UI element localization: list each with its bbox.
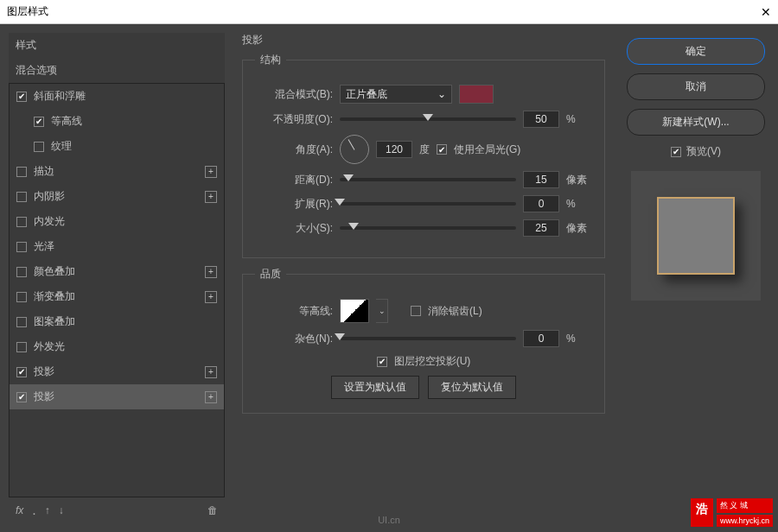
effect-checkbox[interactable] bbox=[34, 142, 44, 152]
opacity-input[interactable] bbox=[523, 111, 559, 128]
effect-label: 光泽 bbox=[34, 239, 54, 254]
spread-slider[interactable] bbox=[340, 202, 516, 206]
knockout-label: 图层挖空投影(U) bbox=[394, 354, 471, 369]
effect-checkbox[interactable] bbox=[16, 167, 27, 177]
global-light-label: 使用全局光(G) bbox=[454, 142, 520, 157]
effect-checkbox[interactable] bbox=[16, 292, 27, 302]
effect-item[interactable]: 斜面和浮雕 bbox=[10, 84, 224, 109]
effect-item[interactable]: 内发光 bbox=[10, 209, 224, 234]
preview-label: 预览(V) bbox=[686, 144, 721, 159]
effect-checkbox[interactable] bbox=[34, 117, 44, 127]
blend-mode-combo[interactable]: 正片叠底⌄ bbox=[340, 85, 452, 104]
chevron-down-icon: ⌄ bbox=[437, 88, 446, 100]
window-title: 图层样式 bbox=[7, 4, 48, 19]
distance-input[interactable] bbox=[523, 171, 559, 188]
effect-item[interactable]: 内阴影+ bbox=[10, 184, 224, 209]
effect-label: 纹理 bbox=[51, 139, 72, 154]
distance-slider[interactable] bbox=[340, 178, 516, 181]
angle-dial[interactable] bbox=[340, 135, 369, 164]
set-default-button[interactable]: 设置为默认值 bbox=[331, 376, 419, 399]
noise-input[interactable] bbox=[523, 330, 559, 347]
effect-checkbox[interactable] bbox=[16, 217, 27, 227]
effect-label: 等高线 bbox=[51, 114, 82, 129]
effect-label: 图案叠加 bbox=[34, 314, 75, 329]
size-input[interactable] bbox=[523, 219, 559, 237]
title-bar: 图层样式 ✕ bbox=[0, 0, 778, 24]
preview-checkbox[interactable] bbox=[671, 147, 681, 157]
settings-panel: 投影 结构 混合模式(B): 正片叠底⌄ 不透明度(O): % 角度(A): 度 bbox=[233, 33, 614, 523]
watermark-big: 浩 bbox=[691, 498, 713, 527]
effect-item[interactable]: 图案叠加 bbox=[10, 309, 224, 334]
contour-dropdown[interactable]: ⌄ bbox=[376, 299, 388, 323]
opacity-label: 不透明度(O): bbox=[255, 112, 333, 127]
distance-unit: 像素 bbox=[566, 173, 592, 187]
main-content: 样式 混合选项 斜面和浮雕等高线纹理描边+内阴影+内发光光泽颜色叠加+渐变叠加+… bbox=[0, 24, 778, 532]
watermark-text2: www.hryckj.cn bbox=[717, 515, 773, 527]
effect-checkbox[interactable] bbox=[16, 192, 27, 202]
effect-checkbox[interactable] bbox=[16, 267, 27, 277]
distance-label: 距离(D): bbox=[255, 173, 333, 187]
effect-item[interactable]: 外发光 bbox=[10, 334, 224, 359]
contour-swatch[interactable] bbox=[340, 299, 369, 323]
ok-button[interactable]: 确定 bbox=[627, 38, 765, 65]
effect-checkbox[interactable] bbox=[16, 367, 27, 377]
new-style-button[interactable]: 新建样式(W)... bbox=[627, 109, 765, 136]
arrow-up-icon[interactable]: ↑ bbox=[45, 504, 50, 516]
structure-legend: 结构 bbox=[255, 53, 286, 67]
ui-cn-logo: UI.cn bbox=[378, 515, 400, 525]
effect-checkbox[interactable] bbox=[16, 317, 27, 327]
effect-label: 投影 bbox=[34, 364, 54, 379]
effect-item[interactable]: 描边+ bbox=[10, 159, 224, 184]
effect-label: 投影 bbox=[34, 390, 54, 404]
noise-unit: % bbox=[566, 332, 592, 345]
effect-item[interactable]: 纹理 bbox=[10, 134, 224, 159]
noise-slider[interactable] bbox=[340, 337, 516, 340]
size-slider[interactable] bbox=[340, 226, 516, 230]
global-light-checkbox[interactable] bbox=[437, 144, 447, 155]
angle-input[interactable] bbox=[376, 141, 412, 158]
effects-list: 斜面和浮雕等高线纹理描边+内阴影+内发光光泽颜色叠加+渐变叠加+图案叠加外发光投… bbox=[9, 83, 225, 497]
effect-checkbox[interactable] bbox=[16, 392, 27, 402]
opacity-slider[interactable] bbox=[340, 117, 516, 121]
quality-group: 品质 等高线: ⌄ 消除锯齿(L) 杂色(N): % 图层挖空投影(U) 设置为… bbox=[242, 267, 605, 414]
sidebar-footer: fx . ↑ ↓ 🗑 bbox=[9, 497, 225, 523]
fx-icon[interactable]: fx bbox=[16, 504, 23, 516]
knockout-checkbox[interactable] bbox=[377, 357, 387, 367]
effect-item[interactable]: 投影+ bbox=[10, 359, 224, 384]
styles-sidebar: 样式 混合选项 斜面和浮雕等高线纹理描边+内阴影+内发光光泽颜色叠加+渐变叠加+… bbox=[9, 33, 225, 523]
styles-header[interactable]: 样式 bbox=[9, 33, 225, 58]
blend-options-header[interactable]: 混合选项 bbox=[9, 58, 225, 83]
close-icon[interactable]: ✕ bbox=[761, 5, 771, 19]
angle-label: 角度(A): bbox=[255, 142, 333, 157]
shadow-color-swatch[interactable] bbox=[459, 85, 494, 104]
add-effect-icon[interactable]: + bbox=[205, 166, 217, 178]
spread-input[interactable] bbox=[523, 195, 559, 212]
effect-item[interactable]: 颜色叠加+ bbox=[10, 259, 224, 284]
add-effect-icon[interactable]: + bbox=[205, 266, 217, 278]
antialias-checkbox[interactable] bbox=[411, 306, 421, 316]
effect-checkbox[interactable] bbox=[16, 342, 27, 352]
effect-item[interactable]: 等高线 bbox=[10, 109, 224, 134]
effect-label: 斜面和浮雕 bbox=[34, 89, 86, 104]
effect-label: 外发光 bbox=[34, 339, 65, 354]
trash-icon[interactable]: 🗑 bbox=[207, 504, 218, 516]
effect-item[interactable]: 投影+ bbox=[10, 384, 224, 409]
effect-item[interactable]: 光泽 bbox=[10, 234, 224, 259]
add-effect-icon[interactable]: + bbox=[205, 291, 217, 303]
reset-default-button[interactable]: 复位为默认值 bbox=[428, 376, 516, 399]
spread-unit: % bbox=[566, 198, 592, 210]
watermark-text1: 然 义 城 bbox=[717, 498, 773, 513]
add-effect-icon[interactable]: + bbox=[205, 391, 217, 403]
size-unit: 像素 bbox=[566, 221, 592, 236]
effect-label: 内发光 bbox=[34, 214, 65, 229]
cancel-button[interactable]: 取消 bbox=[627, 73, 765, 100]
angle-unit: 度 bbox=[419, 142, 430, 157]
arrow-down-icon[interactable]: ↓ bbox=[59, 504, 64, 516]
add-effect-icon[interactable]: + bbox=[205, 191, 217, 203]
effect-label: 渐变叠加 bbox=[34, 289, 75, 304]
effect-checkbox[interactable] bbox=[16, 242, 27, 252]
add-effect-icon[interactable]: + bbox=[205, 366, 217, 378]
effect-checkbox[interactable] bbox=[16, 92, 27, 102]
blend-mode-label: 混合模式(B): bbox=[255, 87, 333, 102]
effect-item[interactable]: 渐变叠加+ bbox=[10, 284, 224, 309]
